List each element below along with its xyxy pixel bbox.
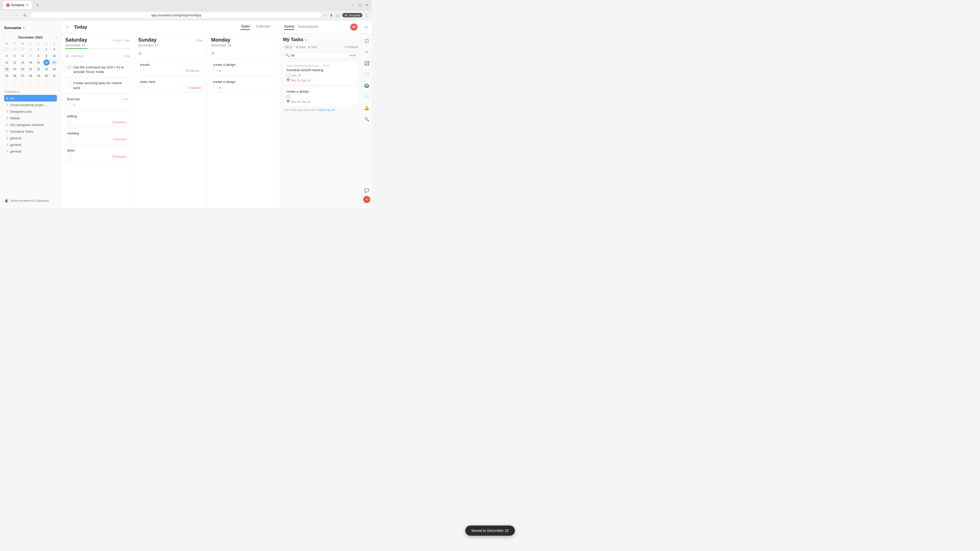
- cal-day-16-today[interactable]: 16: [43, 59, 49, 65]
- cal-day-18[interactable]: 18: [4, 66, 10, 72]
- cal-day-2next[interactable]: 2: [12, 79, 18, 86]
- cal-day-26[interactable]: 26: [12, 73, 18, 79]
- cal-day-3next[interactable]: 3: [20, 79, 26, 86]
- cal-day-24[interactable]: 24: [51, 66, 57, 72]
- tab-tasks[interactable]: Tasks: [241, 24, 250, 30]
- cal-day-7next[interactable]: 7: [51, 79, 57, 86]
- browser-tab[interactable]: S Sunsama ✕: [3, 1, 32, 9]
- rail-plus-icon[interactable]: +: [363, 196, 370, 203]
- cal-day-20[interactable]: 20: [20, 66, 26, 72]
- cal-day-29[interactable]: 29: [20, 46, 26, 52]
- rail-icon-5[interactable]: 🌍: [363, 82, 370, 89]
- cal-day-22[interactable]: 22: [35, 66, 41, 72]
- today-button[interactable]: Today: [74, 24, 87, 30]
- task-check-icon[interactable]: [140, 86, 144, 90]
- extensions-icon[interactable]: ⬜: [335, 13, 340, 17]
- task-card-editing[interactable]: editing # Cross-fu...: [64, 111, 131, 127]
- panel-check-icon[interactable]: ✓: [286, 73, 290, 78]
- reset-button[interactable]: reset: [349, 54, 356, 57]
- task-card-create-design-1[interactable]: create a design ✦: [210, 59, 277, 76]
- expand-icon[interactable]: ⇥: [364, 24, 368, 30]
- cal-day-7[interactable]: 7: [27, 53, 34, 59]
- cal-day-6[interactable]: 6: [20, 53, 26, 59]
- cal-day-3[interactable]: 3: [51, 46, 57, 52]
- tab-close-button[interactable]: ✕: [26, 3, 29, 7]
- cal-day-19[interactable]: 19: [12, 66, 18, 72]
- rail-icon-7[interactable]: 🔔: [363, 104, 370, 111]
- task-card-meeting[interactable]: meeting # Cross-fu...: [64, 128, 131, 144]
- cal-day-23[interactable]: 23: [43, 66, 49, 72]
- channel-designers-one[interactable]: # Designers-one: [4, 108, 57, 115]
- cal-day-21[interactable]: 21: [27, 66, 34, 72]
- add-by-url-link[interactable]: Add it by url: [318, 108, 334, 112]
- cal-day-30b[interactable]: 30: [43, 73, 49, 79]
- cal-day-5[interactable]: 5: [12, 53, 18, 59]
- task-check-icon[interactable]: [67, 137, 71, 141]
- cal-day-11[interactable]: 11: [4, 59, 10, 65]
- cal-day-28b[interactable]: 28: [27, 73, 34, 79]
- cal-day-4[interactable]: 4: [4, 53, 10, 59]
- rail-icon-4[interactable]: 📄: [363, 71, 370, 78]
- rail-bottom-icon[interactable]: 💬: [363, 187, 370, 194]
- cal-day-15[interactable]: 15: [35, 59, 41, 65]
- channel-sunsama-tasks[interactable]: # Sunsama Tasks: [4, 128, 57, 135]
- cal-day-13[interactable]: 13: [20, 59, 26, 65]
- address-input[interactable]: app.sunsama.com/group/moodjoy: [30, 12, 322, 18]
- task-card[interactable]: Create recurring tasks for routine work: [64, 78, 131, 93]
- cal-day-8[interactable]: 8: [35, 53, 41, 59]
- close-button[interactable]: ✕: [366, 3, 369, 7]
- invite-button[interactable]: 👤 Invite someone to Sunsama: [0, 197, 61, 205]
- download-icon[interactable]: ⬇: [330, 13, 333, 17]
- cal-day-27[interactable]: 27: [4, 46, 10, 52]
- cal-day-28[interactable]: 28: [12, 46, 18, 52]
- filter-button[interactable]: ⊞ Filter: [296, 45, 306, 49]
- task-card-travels[interactable]: travels # Cross-fu...: [137, 59, 204, 76]
- tab-calendar[interactable]: Calendar: [256, 24, 270, 30]
- task-check-icon[interactable]: [213, 86, 217, 90]
- task-check-icon[interactable]: [67, 120, 71, 124]
- maximize-button[interactable]: ▢: [358, 3, 361, 7]
- rail-icon-8[interactable]: 🔍: [363, 116, 370, 123]
- all-filter-badge[interactable]: All ∨: [283, 45, 294, 49]
- channel-general-3[interactable]: # general: [4, 148, 57, 155]
- task-check-icon[interactable]: [140, 68, 144, 73]
- cal-day-31[interactable]: 31: [51, 73, 57, 79]
- task-check-icon[interactable]: [213, 68, 217, 73]
- rail-icon-6[interactable]: 📄: [363, 93, 370, 100]
- channel-our-designers[interactable]: # Our designers channel: [4, 121, 57, 128]
- cal-day-4next[interactable]: 4: [27, 79, 34, 86]
- task-check-icon[interactable]: [67, 155, 71, 159]
- search-input[interactable]: [291, 53, 348, 57]
- monday-add-task[interactable]: ⊕: [207, 49, 280, 57]
- minimize-button[interactable]: ─: [352, 3, 354, 7]
- task-card-exercise[interactable]: Exercise 0:15 ①: [64, 94, 131, 110]
- cal-day-14[interactable]: 14: [27, 59, 34, 65]
- refresh-button[interactable]: ↻ Refresh: [344, 45, 358, 49]
- panel-task-kickoff[interactable]: Cross-functional project plan → To do Sc…: [283, 62, 358, 85]
- cal-day-1[interactable]: 1: [35, 46, 41, 52]
- saturday-add-task[interactable]: ⊕ Add task 0:55: [61, 52, 134, 60]
- sort-button[interactable]: ⇅ Sort: [308, 45, 317, 49]
- sidebar-header[interactable]: Sunsama ∨: [0, 24, 61, 33]
- tab-asana[interactable]: Asana: [284, 24, 294, 30]
- tab-automations[interactable]: Automations: [298, 24, 318, 30]
- channel-general-2[interactable]: # general: [4, 141, 57, 148]
- collapse-sidebar-button[interactable]: ⊢: [66, 25, 70, 30]
- task-check-icon[interactable]: ✓: [67, 65, 71, 69]
- cal-day-5next[interactable]: 5: [35, 79, 41, 86]
- cal-day-9[interactable]: 9: [43, 53, 49, 59]
- cal-day-29b[interactable]: 29: [35, 73, 41, 79]
- sunday-add-task[interactable]: ⊕: [134, 49, 207, 57]
- cal-day-27b[interactable]: 27: [20, 73, 26, 79]
- cal-day-25[interactable]: 25: [4, 73, 10, 79]
- rail-icon-2[interactable]: ✉: [363, 48, 370, 56]
- channel-middle[interactable]: # Middle: [4, 115, 57, 121]
- forward-button[interactable]: →: [12, 12, 19, 19]
- channel-all[interactable]: # all: [4, 95, 57, 102]
- cal-day-6next[interactable]: 6: [43, 79, 49, 86]
- menu-icon[interactable]: ⋮: [365, 13, 369, 17]
- rail-icon-3[interactable]: 🔄: [363, 59, 370, 67]
- cal-day-17-selected[interactable]: 17: [51, 59, 57, 65]
- panel-task-design[interactable]: create a design ✓ 📅 Dec 18, Dec 18: [283, 87, 358, 106]
- new-tab-button[interactable]: +: [34, 2, 41, 9]
